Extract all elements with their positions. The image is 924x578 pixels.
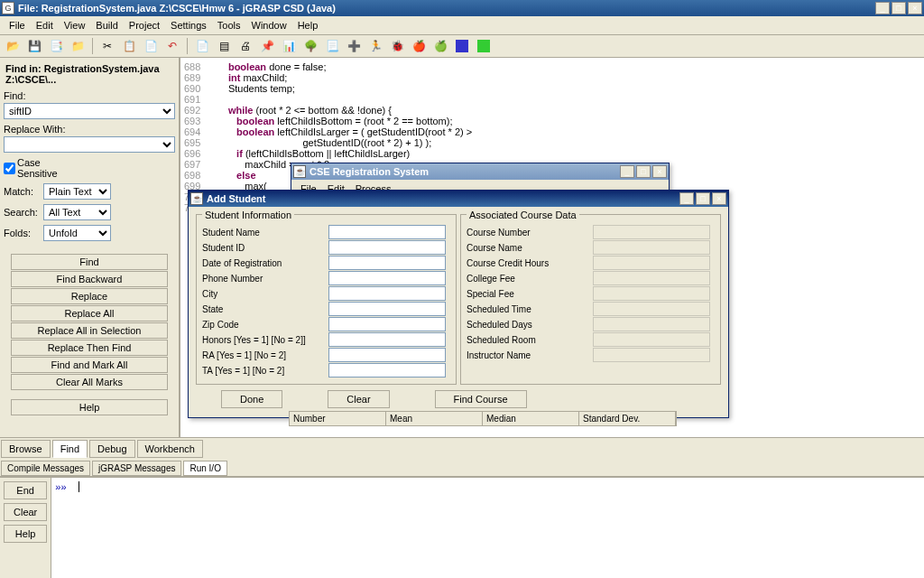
save-icon[interactable]: 💾 — [25, 37, 43, 55]
close-button[interactable]: × — [908, 2, 922, 14]
match-select[interactable]: Plain Text — [43, 183, 111, 200]
tab-debug[interactable]: Debug — [89, 440, 134, 458]
as-close-button[interactable]: × — [712, 192, 726, 205]
save-all-icon[interactable]: 📑 — [47, 37, 65, 55]
as-maximize-button[interactable]: □ — [696, 192, 710, 205]
chart-icon[interactable]: 📊 — [280, 37, 298, 55]
tree-icon[interactable]: 🌳 — [301, 37, 319, 55]
io-content[interactable]: »» — [51, 478, 924, 578]
menu-file[interactable]: File — [4, 18, 31, 33]
field-label: Course Name — [467, 243, 593, 253]
undo-icon[interactable]: ↶ — [163, 37, 181, 55]
find-btn-help[interactable]: Help — [11, 399, 168, 415]
find-btn-replace-all-in-selection[interactable]: Replace All in Selection — [11, 322, 168, 339]
debug-icon[interactable]: 🐞 — [388, 37, 406, 55]
replace-input[interactable] — [4, 136, 175, 153]
find-btn-clear-all-marks[interactable]: Clear All Marks — [11, 374, 168, 390]
find-btn-replace[interactable]: Replace — [11, 288, 168, 304]
field-input-zip-code[interactable] — [328, 317, 446, 331]
field-input-phone-number[interactable] — [328, 271, 446, 285]
print-icon[interactable]: 🖨 — [236, 37, 254, 55]
menu-view[interactable]: View — [59, 18, 91, 33]
student-info-group: Student Information — [202, 210, 294, 220]
minimize-button[interactable]: _ — [875, 2, 890, 14]
field-label: State — [202, 304, 328, 314]
menu-window[interactable]: Window — [246, 18, 292, 33]
field-input-city[interactable] — [328, 286, 446, 301]
field-input-scheduled-days — [593, 317, 710, 331]
io-end-button[interactable]: End — [4, 481, 47, 499]
end-icon[interactable] — [477, 40, 490, 52]
open-project-icon[interactable]: 📁 — [69, 37, 87, 55]
replace-label: Replace With: — [4, 124, 175, 135]
clear-button[interactable]: Clear — [328, 390, 389, 408]
field-input-student-name[interactable] — [328, 225, 446, 239]
menu-tools[interactable]: Tools — [212, 18, 246, 33]
find-btn-replace-then-find[interactable]: Replace Then Find — [11, 340, 168, 356]
msg-tab-run-i-o[interactable]: Run I/O — [183, 461, 226, 476]
maximize-button[interactable]: □ — [892, 2, 906, 14]
field-input-state[interactable] — [328, 302, 446, 316]
add-student-titlebar[interactable]: ☕ Add Student _ □ × — [189, 191, 728, 207]
io-clear-button[interactable]: Clear — [4, 503, 47, 521]
done-button[interactable]: Done — [221, 390, 282, 408]
tab-browse[interactable]: Browse — [1, 440, 51, 458]
search-label: Search: — [4, 207, 42, 218]
find-panel-title: Find in: RegistrationSystem.java Z:\CSCE… — [4, 61, 175, 87]
msg-tab-compile-messages[interactable]: Compile Messages — [1, 461, 90, 476]
folds-select[interactable]: Unfold — [43, 225, 111, 241]
field-input-special-fee — [593, 286, 710, 301]
search-select[interactable]: All Text — [43, 204, 111, 220]
compile-icon[interactable]: ➕ — [345, 37, 363, 55]
field-label: TA [Yes = 1] [No = 2] — [202, 366, 328, 376]
msg-tab-jgrasp-messages[interactable]: jGRASP Messages — [92, 461, 181, 476]
new-icon[interactable]: 📄 — [193, 37, 211, 55]
field-input-ra-yes-no-[interactable] — [328, 348, 446, 362]
find-btn-find-and-mark-all[interactable]: Find and Mark All — [11, 357, 168, 373]
field-label: Special Fee — [467, 289, 593, 299]
menu-help[interactable]: Help — [292, 18, 324, 33]
window-title: File: RegistrationSystem.java Z:\CSCE\Hm… — [18, 3, 875, 14]
find-input[interactable]: siftID — [4, 103, 175, 119]
cse-minimize-button[interactable]: _ — [620, 165, 634, 178]
menu-build[interactable]: Build — [90, 18, 123, 33]
find-course-button[interactable]: Find Course — [435, 390, 527, 408]
doc-icon[interactable]: 📃 — [323, 37, 341, 55]
stop-icon[interactable] — [456, 40, 468, 52]
cse-maximize-button[interactable]: □ — [636, 165, 651, 178]
field-input-date-of-registration[interactable] — [328, 256, 446, 270]
field-input-student-id[interactable] — [328, 240, 446, 255]
open-icon[interactable]: 📂 — [4, 37, 22, 55]
coffee-icon: ☕ — [190, 192, 203, 205]
menu-edit[interactable]: Edit — [31, 18, 59, 33]
pin-icon[interactable]: 📌 — [258, 37, 276, 55]
separator — [92, 38, 93, 54]
apple-icon[interactable]: 🍎 — [410, 37, 428, 55]
app-icon: G — [2, 2, 14, 14]
cut-icon[interactable]: ✂ — [98, 37, 116, 55]
cse-close-button[interactable]: × — [652, 165, 667, 178]
cse-titlebar[interactable]: ☕ CSE Registration System _ □ × — [291, 163, 669, 180]
csd-icon[interactable]: ▤ — [215, 37, 233, 55]
find-btn-find-backward[interactable]: Find Backward — [11, 271, 168, 287]
field-input-honors-yes-no-[interactable] — [328, 332, 446, 347]
run-icon[interactable]: 🏃 — [366, 37, 384, 55]
find-btn-replace-all[interactable]: Replace All — [11, 305, 168, 322]
find-btn-find[interactable]: Find — [11, 254, 168, 270]
tab-find[interactable]: Find — [52, 440, 88, 458]
case-sensitive-checkbox[interactable] — [4, 163, 15, 174]
field-label: College Fee — [467, 274, 593, 284]
paste-icon[interactable]: 📄 — [142, 37, 160, 55]
copy-icon[interactable]: 📋 — [120, 37, 138, 55]
io-help-button[interactable]: Help — [4, 525, 47, 543]
menu-settings[interactable]: Settings — [165, 18, 212, 33]
bottom-tabs: BrowseFindDebugWorkbench — [0, 437, 924, 460]
as-minimize-button[interactable]: _ — [679, 192, 694, 205]
run-args-icon[interactable]: 🍏 — [431, 37, 449, 55]
field-label: Student ID — [202, 243, 328, 253]
find-panel: Find in: RegistrationSystem.java Z:\CSCE… — [0, 58, 180, 437]
menu-project[interactable]: Project — [124, 18, 165, 33]
add-student-dialog[interactable]: ☕ Add Student _ □ × Student Information … — [188, 190, 729, 418]
tab-workbench[interactable]: Workbench — [137, 440, 203, 458]
field-input-ta-yes-no-[interactable] — [328, 363, 446, 378]
